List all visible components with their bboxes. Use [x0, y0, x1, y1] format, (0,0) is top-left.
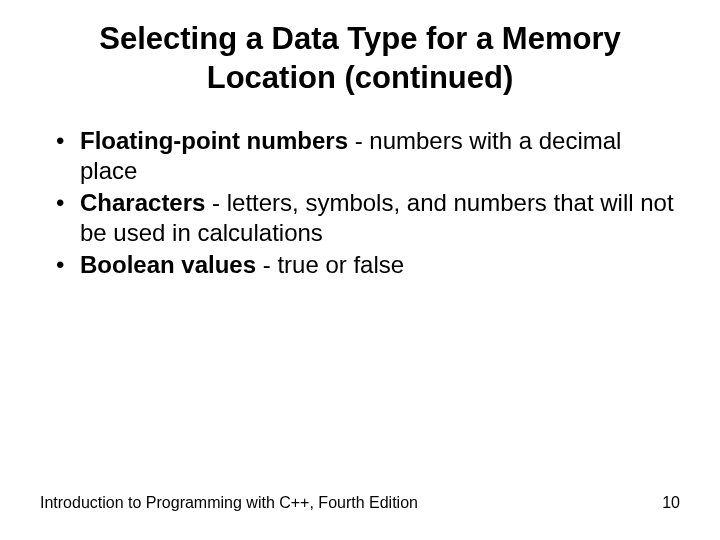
footer: Introduction to Programming with C++, Fo… [40, 494, 680, 512]
slide: Selecting a Data Type for a Memory Locat… [0, 0, 720, 540]
slide-title: Selecting a Data Type for a Memory Locat… [50, 20, 670, 98]
bullet-list: Floating-point numbers - numbers with a … [50, 126, 680, 280]
term: Floating-point numbers [80, 127, 348, 154]
page-number: 10 [662, 494, 680, 512]
list-item: Floating-point numbers - numbers with a … [50, 126, 680, 186]
footer-source: Introduction to Programming with C++, Fo… [40, 494, 418, 512]
term: Characters [80, 189, 205, 216]
definition: - true or false [256, 251, 404, 278]
list-item: Boolean values - true or false [50, 250, 680, 280]
list-item: Characters - letters, symbols, and numbe… [50, 188, 680, 248]
term: Boolean values [80, 251, 256, 278]
